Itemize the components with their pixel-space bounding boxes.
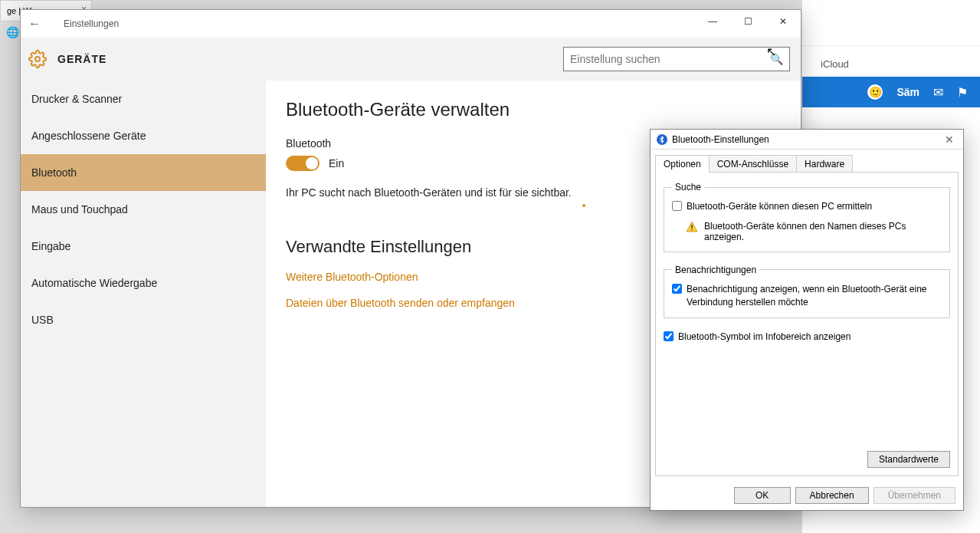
tray-icon-checkbox[interactable] xyxy=(664,331,674,341)
bluetooth-icon xyxy=(657,134,667,145)
sidebar-item-printers[interactable]: Drucker & Scanner xyxy=(21,81,266,117)
maximize-button[interactable]: ☐ xyxy=(730,10,765,33)
sidebar-item-label: Angeschlossene Geräte xyxy=(31,130,146,142)
tray-icon-checkbox-row[interactable]: Bluetooth-Symbol im Infobereich anzeigen xyxy=(664,331,950,344)
sidebar-item-label: Drucker & Scanner xyxy=(31,93,122,105)
sidebar-item-label: Eingabe xyxy=(31,240,70,252)
bluetooth-toggle-state: Ein xyxy=(329,157,344,169)
sidebar-item-usb[interactable]: USB xyxy=(21,301,266,338)
page-heading: Bluetooth-Geräte verwalten xyxy=(286,99,781,120)
warning-icon xyxy=(686,221,698,233)
dialog-title: Bluetooth-Einstellungen xyxy=(672,134,942,145)
ok-button[interactable]: OK xyxy=(734,487,791,504)
dialog-tab-content: Suche Bluetooth-Geräte können diesen PC … xyxy=(655,172,959,476)
window-title: Einstellungen xyxy=(64,18,119,29)
sidebar-item-connected-devices[interactable]: Angeschlossene Geräte xyxy=(21,117,266,154)
search-box[interactable]: 🔍 xyxy=(563,47,790,71)
user-name-label: Säm xyxy=(896,86,919,98)
icloud-breadcrumb[interactable]: iCloud xyxy=(814,58,849,70)
sidebar-item-typing[interactable]: Eingabe xyxy=(21,228,266,265)
cancel-button[interactable]: Abbrechen xyxy=(795,487,869,504)
discover-warning-text: Bluetooth-Geräte können den Namen dieses… xyxy=(704,221,942,242)
tab-com-ports[interactable]: COM-Anschlüsse xyxy=(709,155,797,173)
svg-point-0 xyxy=(35,57,40,61)
sidebar-item-mouse-touchpad[interactable]: Maus und Touchpad xyxy=(21,191,266,228)
back-button[interactable]: ← xyxy=(21,17,48,31)
notify-checkbox[interactable] xyxy=(672,284,682,294)
settings-header: GERÄTE 🔍 xyxy=(21,38,801,81)
dialog-close-button[interactable]: ✕ xyxy=(942,133,957,146)
bluetooth-options-dialog: Bluetooth-Einstellungen ✕ Optionen COM-A… xyxy=(650,129,964,511)
discover-warning-row: Bluetooth-Geräte können den Namen dieses… xyxy=(686,221,942,242)
search-icon: 🔍 xyxy=(770,53,783,65)
discover-checkbox-row[interactable]: Bluetooth-Geräte können diesen PC ermitt… xyxy=(672,200,942,213)
search-group-legend: Suche xyxy=(672,182,704,192)
sidebar-item-label: Automatische Wiedergabe xyxy=(31,277,157,289)
search-group: Suche Bluetooth-Geräte können diesen PC … xyxy=(664,182,950,252)
discover-checkbox[interactable] xyxy=(672,201,682,211)
sidebar-item-bluetooth[interactable]: Bluetooth xyxy=(21,154,266,191)
apply-button[interactable]: Übernehmen xyxy=(873,487,955,504)
search-input[interactable] xyxy=(570,53,770,65)
loading-indicator-icon xyxy=(582,204,585,207)
notify-checkbox-row[interactable]: Benachrichtigung anzeigen, wenn ein Blue… xyxy=(672,283,942,309)
discover-checkbox-label: Bluetooth-Geräte können diesen PC ermitt… xyxy=(687,200,872,213)
dialog-titlebar: Bluetooth-Einstellungen ✕ xyxy=(651,130,963,150)
settings-category-label: GERÄTE xyxy=(57,53,107,65)
globe-icon: 🌐 xyxy=(6,26,19,38)
icloud-label: iCloud xyxy=(821,58,849,70)
tray-icon-checkbox-label: Bluetooth-Symbol im Infobereich anzeigen xyxy=(678,331,851,344)
flag-icon[interactable]: ⚑ xyxy=(957,85,968,100)
sidebar-item-label: USB xyxy=(31,314,54,326)
sidebar-item-label: Maus und Touchpad xyxy=(31,203,128,216)
tab-options[interactable]: Optionen xyxy=(655,155,710,173)
tab-hardware[interactable]: Hardware xyxy=(796,155,853,173)
defaults-button[interactable]: Standardwerte xyxy=(867,451,950,468)
settings-sidebar: Drucker & Scanner Angeschlossene Geräte … xyxy=(21,81,266,507)
dialog-button-row: OK Abbrechen Übernehmen xyxy=(651,481,963,510)
notifications-group: Benachrichtigungen Benachrichtigung anze… xyxy=(664,265,950,319)
notify-checkbox-label: Benachrichtigung anzeigen, wenn ein Blue… xyxy=(687,283,942,309)
mail-icon[interactable]: ✉ xyxy=(933,85,943,100)
close-button[interactable]: ✕ xyxy=(765,10,801,33)
dialog-tabs: Optionen COM-Anschlüsse Hardware xyxy=(651,150,963,172)
bluetooth-toggle[interactable] xyxy=(286,156,320,171)
sidebar-item-label: Bluetooth xyxy=(31,166,77,179)
notifications-group-legend: Benachrichtigungen xyxy=(672,265,759,275)
user-avatar-icon[interactable]: 🙂 xyxy=(867,84,883,100)
window-titlebar: ← Einstellungen — ☐ ✕ xyxy=(21,10,801,38)
svg-rect-1 xyxy=(691,225,692,229)
sidebar-item-autoplay[interactable]: Automatische Wiedergabe xyxy=(21,265,266,301)
gear-icon xyxy=(28,50,47,68)
background-blue-toolbar: 🙂 Säm ✉ ⚑ xyxy=(802,77,980,107)
minimize-button[interactable]: — xyxy=(695,10,730,33)
svg-rect-2 xyxy=(691,229,692,230)
